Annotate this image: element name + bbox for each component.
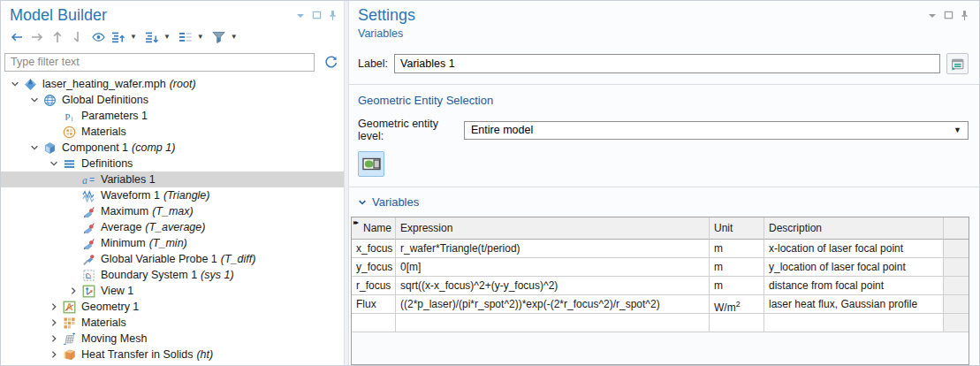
tree-item-materials[interactable]: Materials	[1, 315, 344, 331]
expand-all-button[interactable]	[143, 28, 161, 46]
tree-item-tag: (T_max)	[152, 205, 194, 217]
show-button[interactable]	[89, 28, 107, 46]
column-header-unit[interactable]: Unit	[710, 217, 764, 240]
cell-description[interactable]: laser heat flux, Gaussian profile	[764, 295, 944, 314]
tree-item-label: Variables 1	[101, 173, 156, 186]
dropdown-caret-icon[interactable]: ▼	[197, 28, 204, 46]
tree-item-heat-transfer-in-solids[interactable]: Heat Transfer in Solids(ht)	[1, 347, 344, 362]
tree-item-label: Global Definitions	[62, 94, 148, 106]
tree-item-tag: (ht)	[196, 348, 213, 361]
svg-text:a: a	[82, 174, 87, 186]
column-header-description[interactable]: Description	[764, 217, 944, 240]
filter-button[interactable]	[210, 28, 228, 46]
tree-item-variables-1[interactable]: a=Variables 1	[1, 172, 344, 187]
tree-item-minimum[interactable]: Minimum(T_min)	[1, 235, 344, 251]
cell-unit[interactable]: m	[710, 258, 764, 277]
tree-item-component-1[interactable]: Component 1(comp 1)	[1, 140, 344, 156]
table-row: Flux((2*p_laser)/(pi*r_spot^2))*exp(-(2*…	[352, 295, 969, 314]
rename-icon	[950, 57, 965, 72]
cell-unit[interactable]: m	[710, 277, 764, 295]
waveform-icon	[80, 188, 96, 202]
column-header-expression[interactable]: Expression	[396, 217, 710, 240]
cell-name[interactable]	[352, 314, 396, 332]
restore-button[interactable]	[944, 11, 953, 20]
tree-item-global-variable-probe-1[interactable]: Global Variable Probe 1(T_diff)	[1, 251, 344, 267]
cell-expression[interactable]: r_wafer*Triangle(t/period)	[396, 240, 710, 258]
column-header-name[interactable]: ▸▸Name	[352, 217, 396, 240]
tree-item-geometry-1[interactable]: AGeometry 1	[1, 299, 344, 315]
cell-name[interactable]: x_focus	[352, 240, 396, 258]
chevron-collapsed-icon[interactable]	[47, 302, 61, 311]
heat-transfer-icon	[61, 347, 77, 362]
column-header-extra	[944, 217, 969, 240]
dropdown-caret-icon[interactable]: ▼	[163, 28, 171, 46]
geometric-entity-level-select[interactable]: Entire model ▼	[464, 121, 969, 140]
cell-name[interactable]: r_focus	[352, 277, 396, 295]
cell-unit[interactable]: m	[710, 240, 764, 258]
chevron-expanded-icon[interactable]	[8, 80, 22, 88]
geometric-entity-level-label: Geometric entity level:	[358, 118, 464, 142]
move-up-button[interactable]	[49, 28, 66, 46]
back-arrow-button[interactable]	[8, 28, 26, 46]
model-builder-window-controls	[296, 10, 337, 21]
cell-description[interactable]: x-location of laser focal point	[764, 240, 944, 258]
tree-item-label: laser_heating_wafer.mph	[42, 78, 166, 90]
cell-description[interactable]	[764, 314, 944, 332]
cell-name[interactable]: y_focus	[352, 258, 396, 277]
component-icon	[42, 141, 57, 155]
collapse-all-button[interactable]	[110, 28, 127, 46]
pin-button[interactable]	[961, 10, 969, 21]
chevron-expanded-icon[interactable]	[47, 159, 61, 168]
svg-text:i: i	[71, 115, 72, 121]
forward-arrow-button[interactable]	[28, 28, 46, 46]
chevron-down-button[interactable]	[928, 12, 937, 19]
definitions-icon	[61, 156, 77, 171]
tree-item-view-1[interactable]: View 1	[1, 283, 344, 299]
active-toggle-button[interactable]	[358, 151, 384, 177]
move-down-button[interactable]	[69, 28, 87, 46]
cell-description[interactable]: y_location of laser focal point	[764, 258, 944, 277]
dropdown-caret-icon[interactable]: ▼	[130, 28, 137, 46]
tree-item-moving-mesh[interactable]: Moving Mesh	[1, 331, 344, 347]
cell-unit[interactable]	[710, 314, 764, 332]
refresh-icon[interactable]	[322, 53, 339, 71]
restore-icon	[944, 11, 953, 20]
chevron-down-button[interactable]	[296, 12, 305, 19]
cell-expression[interactable]	[396, 314, 710, 332]
tree-item-average[interactable]: Average(T_average)	[1, 219, 344, 235]
rename-button[interactable]	[946, 53, 969, 74]
dropdown-caret-icon[interactable]: ▼	[231, 28, 238, 46]
chevron-collapsed-icon[interactable]	[47, 350, 61, 359]
pin-button[interactable]	[329, 10, 337, 21]
tree-item-parameters-1[interactable]: PiParameters 1	[1, 108, 344, 124]
cell-expression[interactable]: 0[m]	[396, 258, 710, 277]
chevron-expanded-icon[interactable]	[27, 95, 42, 104]
tree-item-laser-heating-wafer-mph[interactable]: laser_heating_wafer.mph(root)	[1, 76, 344, 92]
tree-item-label: Moving Mesh	[81, 332, 147, 345]
restore-button[interactable]	[312, 11, 322, 20]
label-input[interactable]	[394, 54, 940, 73]
cell-expression[interactable]: ((2*p_laser)/(pi*r_spot^2))*exp(-(2*r_fo…	[396, 295, 710, 314]
materials-global-icon	[61, 125, 77, 139]
table-empty-area[interactable]	[352, 332, 969, 364]
tree-item-global-definitions[interactable]: Global Definitions	[1, 92, 344, 108]
filter-input[interactable]	[4, 53, 315, 72]
chevron-collapsed-icon[interactable]	[47, 318, 61, 327]
section-variables[interactable]: Variables	[358, 195, 969, 209]
chevron-expanded-icon[interactable]	[27, 143, 42, 152]
tree-item-label: Component 1	[62, 141, 128, 154]
node-text-button[interactable]	[177, 28, 194, 46]
cell-description[interactable]: distance from focal point	[764, 277, 944, 295]
tree-item-boundary-system-1[interactable]: Boundary System 1(sys 1)	[1, 267, 344, 283]
tree-item-maximum[interactable]: Maximum(T_max)	[1, 203, 344, 219]
cell-expression[interactable]: sqrt((x-x_focus)^2+(y-y_focus)^2)	[396, 277, 710, 295]
cell-unit[interactable]: W/m2	[710, 295, 764, 314]
tree-item-materials[interactable]: Materials	[1, 124, 344, 140]
settings-subtitle: Variables	[358, 27, 969, 40]
tree-item-definitions[interactable]: Definitions	[1, 156, 344, 172]
tree-item-waveform-1[interactable]: Waveform 1(Triangle)	[1, 187, 344, 203]
chevron-collapsed-icon[interactable]	[66, 286, 80, 295]
chevron-collapsed-icon[interactable]	[47, 334, 61, 343]
cell-name[interactable]: Flux	[352, 295, 396, 314]
table-row: y_focus0[m]my_location of laser focal po…	[352, 258, 969, 277]
